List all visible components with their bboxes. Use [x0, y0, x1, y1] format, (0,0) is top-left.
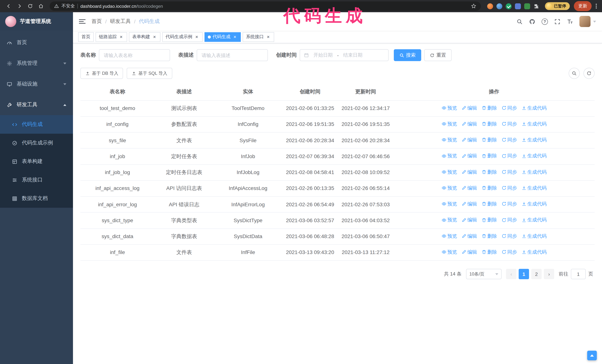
browser-update-button[interactable]: 更新 — [574, 1, 592, 11]
edit-action-link[interactable]: 编辑 — [462, 217, 477, 224]
tab-代码生成示例[interactable]: 代码生成示例× — [162, 32, 203, 42]
delete-action-link[interactable]: 删除 — [481, 120, 497, 128]
extension-icon[interactable] — [515, 3, 521, 9]
generate-action-link[interactable]: 生成代码 — [521, 104, 547, 112]
edit-action-link[interactable]: 编辑 — [462, 200, 477, 208]
prev-page-button[interactable]: ‹ — [506, 269, 516, 279]
tab-系统接口[interactable]: 系统接口× — [243, 32, 274, 42]
browser-reload-button[interactable] — [25, 1, 35, 11]
tab-close-icon[interactable]: × — [118, 34, 124, 40]
fullscreen-icon[interactable] — [554, 18, 560, 25]
edit-action-link[interactable]: 编辑 — [462, 120, 477, 128]
sidebar-item-infra[interactable]: 基础设施 — [0, 74, 73, 94]
goto-page-input[interactable] — [571, 269, 586, 279]
preview-action-link[interactable]: 预览 — [441, 104, 457, 112]
page-1-button[interactable]: 1 — [519, 269, 529, 279]
sidebar-item-codegen[interactable]: 代码生成 — [0, 115, 73, 134]
sync-action-link[interactable]: 同步 — [501, 152, 517, 160]
page-2-button[interactable]: 2 — [531, 269, 542, 279]
reset-button[interactable]: 重置 — [424, 49, 452, 61]
generate-action-link[interactable]: 生成代码 — [521, 217, 547, 224]
table-name-input[interactable] — [99, 49, 170, 61]
tab-close-icon[interactable]: × — [232, 34, 237, 40]
hamburger-icon[interactable] — [79, 19, 86, 24]
back-to-top-button[interactable] — [587, 351, 597, 360]
delete-action-link[interactable]: 删除 — [481, 184, 497, 192]
sidebar-item-db-doc[interactable]: 数据库文档 — [0, 189, 73, 208]
sync-action-link[interactable]: 同步 — [501, 184, 517, 192]
delete-action-link[interactable]: 删除 — [481, 200, 497, 208]
preview-action-link[interactable]: 预览 — [441, 136, 457, 144]
sidebar-item-devtools[interactable]: 研发工具 — [0, 94, 73, 115]
help-icon[interactable]: ? — [542, 18, 548, 25]
tab-链路追踪[interactable]: 链路追踪× — [96, 32, 127, 42]
extension-icon[interactable] — [487, 3, 493, 9]
import-db-button[interactable]: 基于 DB 导入 — [80, 68, 123, 79]
tab-表单构建[interactable]: 表单构建× — [129, 32, 161, 42]
preview-action-link[interactable]: 预览 — [441, 152, 457, 160]
browser-back-button[interactable] — [4, 1, 13, 11]
generate-action-link[interactable]: 生成代码 — [521, 200, 547, 208]
preview-action-link[interactable]: 预览 — [441, 168, 457, 176]
sync-action-link[interactable]: 同步 — [501, 232, 517, 239]
generate-action-link[interactable]: 生成代码 — [521, 249, 547, 256]
generate-action-link[interactable]: 生成代码 — [521, 168, 547, 176]
import-sql-button[interactable]: 基于 SQL 导入 — [127, 68, 172, 79]
browser-home-button[interactable] — [36, 1, 46, 11]
browser-menu-icon[interactable] — [596, 4, 597, 9]
tab-首页[interactable]: 首页 — [78, 32, 94, 42]
edit-action-link[interactable]: 编辑 — [462, 136, 477, 144]
preview-action-link[interactable]: 预览 — [441, 249, 457, 256]
user-menu[interactable] — [580, 16, 596, 27]
github-icon[interactable] — [529, 18, 535, 25]
tab-close-icon[interactable]: × — [194, 34, 199, 40]
tab-代码生成[interactable]: 代码生成× — [204, 32, 241, 42]
generate-action-link[interactable]: 生成代码 — [521, 152, 547, 160]
edit-action-link[interactable]: 编辑 — [462, 184, 477, 192]
extension-icon[interactable] — [506, 3, 512, 9]
preview-action-link[interactable]: 预览 — [441, 232, 457, 239]
app-logo[interactable]: 芋道管理系统 — [0, 12, 73, 31]
preview-action-link[interactable]: 预览 — [441, 120, 457, 128]
browser-forward-button[interactable] — [14, 1, 24, 11]
sidebar-item-api[interactable]: 系统接口 — [0, 171, 73, 189]
extensions-puzzle-icon[interactable] — [533, 3, 539, 9]
sync-action-link[interactable]: 同步 — [501, 120, 517, 128]
delete-action-link[interactable]: 删除 — [481, 249, 497, 256]
sidebar-item-home[interactable]: 首页 — [0, 32, 73, 53]
edit-action-link[interactable]: 编辑 — [462, 152, 477, 160]
edit-action-link[interactable]: 编辑 — [462, 104, 477, 112]
sync-action-link[interactable]: 同步 — [501, 168, 517, 176]
profile-paused-badge[interactable]: 已暂停 — [545, 2, 570, 10]
generate-action-link[interactable]: 生成代码 — [521, 184, 547, 192]
extension-icon[interactable] — [524, 3, 530, 9]
bookmark-star-icon[interactable] — [471, 3, 476, 9]
address-bar[interactable]: 不安全 dashboard.yudao.iocoder.cn/tool/code… — [50, 1, 481, 11]
sync-action-link[interactable]: 同步 — [501, 104, 517, 112]
delete-action-link[interactable]: 删除 — [481, 136, 497, 144]
edit-action-link[interactable]: 编辑 — [462, 168, 477, 176]
font-size-icon[interactable] — [567, 18, 573, 25]
sync-action-link[interactable]: 同步 — [501, 249, 517, 256]
sidebar-item-system[interactable]: 系统管理 — [0, 53, 73, 74]
sync-action-link[interactable]: 同步 — [501, 200, 517, 208]
toggle-search-button[interactable] — [569, 68, 580, 79]
preview-action-link[interactable]: 预览 — [441, 200, 457, 208]
search-button[interactable]: 搜索 — [394, 49, 421, 61]
breadcrumb-home[interactable]: 首页 — [92, 18, 102, 25]
create-time-range-picker[interactable]: 开始日期 - 结束日期 — [300, 49, 389, 61]
search-icon[interactable] — [516, 18, 523, 25]
delete-action-link[interactable]: 删除 — [481, 217, 497, 224]
delete-action-link[interactable]: 删除 — [481, 232, 497, 239]
sync-action-link[interactable]: 同步 — [501, 217, 517, 224]
table-desc-input[interactable] — [197, 49, 268, 61]
generate-action-link[interactable]: 生成代码 — [521, 120, 547, 128]
page-size-select[interactable]: 10条/页 — [466, 269, 502, 279]
delete-action-link[interactable]: 删除 — [481, 152, 497, 160]
breadcrumb-devtools[interactable]: 研发工具 — [110, 18, 131, 25]
sync-action-link[interactable]: 同步 — [501, 136, 517, 144]
edit-action-link[interactable]: 编辑 — [462, 249, 477, 256]
tab-close-icon[interactable]: × — [266, 34, 271, 40]
next-page-button[interactable]: › — [544, 269, 554, 279]
refresh-table-button[interactable] — [583, 68, 595, 79]
